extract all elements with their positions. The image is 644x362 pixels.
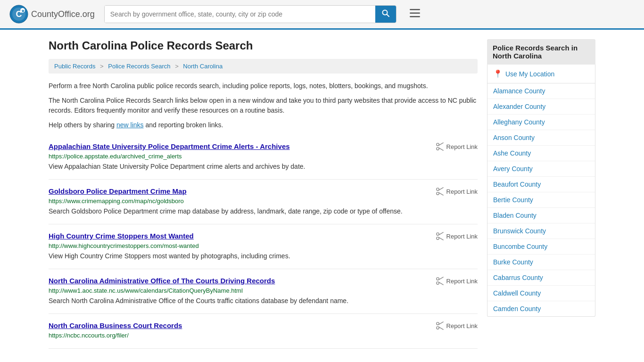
scissors-icon	[436, 142, 444, 151]
site-header: C ★ CountyOffice.org	[0, 0, 644, 30]
list-item: Alexander County	[487, 99, 595, 115]
record-title[interactable]: High Country Crime Stoppers Most Wanted	[49, 232, 194, 240]
hamburger-icon	[410, 9, 420, 17]
record-title[interactable]: North Carolina Administrative Office of …	[49, 277, 275, 285]
search-button[interactable]	[375, 6, 396, 23]
svg-line-13	[438, 148, 443, 150]
record-header: High Country Crime Stoppers Most Wanted …	[49, 232, 478, 240]
list-item: Avery County	[487, 161, 595, 177]
list-item: Alamance County	[487, 83, 595, 99]
report-link-button[interactable]: Report Link	[436, 277, 478, 285]
report-link-label: Report Link	[446, 322, 478, 329]
intro-paragraph-3: Help others by sharing new links and rep…	[49, 120, 478, 130]
county-link[interactable]: Alleghany County	[487, 115, 595, 130]
list-item: Bertie County	[487, 192, 595, 208]
svg-rect-8	[410, 13, 420, 14]
record-header: Goldsboro Police Department Crime Map Re…	[49, 187, 478, 196]
scissors-icon	[436, 232, 444, 240]
record-desc: Search Goldsboro Police Department crime…	[49, 206, 478, 216]
county-link[interactable]: Burke County	[487, 255, 595, 270]
svg-rect-9	[410, 16, 420, 17]
county-link[interactable]: Bertie County	[487, 192, 595, 207]
logo-link[interactable]: C ★ CountyOffice.org	[9, 5, 95, 24]
svg-line-20	[438, 232, 443, 235]
breadcrumb-police-records-search[interactable]: Police Records Search	[108, 63, 170, 70]
page-title: North Carolina Police Records Search	[49, 39, 478, 52]
list-item: Cabarrus County	[487, 270, 595, 286]
use-my-location-label: Use My Location	[505, 70, 554, 78]
intro-paragraph-2: The North Carolina Police Records Search…	[49, 96, 478, 115]
county-list: Alamance CountyAlexander CountyAlleghany…	[487, 83, 595, 317]
county-link[interactable]: Alamance County	[487, 83, 595, 99]
use-my-location-link[interactable]: 📍 Use My Location	[487, 65, 595, 83]
svg-text:★: ★	[21, 9, 25, 13]
report-link-button[interactable]: Report Link	[436, 142, 478, 151]
county-link[interactable]: Beaufort County	[487, 177, 595, 192]
report-link-button[interactable]: Report Link	[436, 232, 478, 240]
svg-line-24	[438, 277, 443, 280]
record-url: http://www1.aoc.state.nc.us/www/calendar…	[49, 287, 478, 294]
search-input[interactable]	[105, 6, 375, 23]
svg-line-6	[387, 15, 389, 17]
search-icon	[382, 9, 389, 17]
report-link-label: Report Link	[446, 143, 478, 150]
record-url: https://www.crimemapping.com/map/nc/gold…	[49, 197, 478, 205]
pin-icon: 📍	[493, 69, 503, 78]
record-desc: Search North Carolina Administrative Off…	[49, 296, 478, 306]
breadcrumb-public-records[interactable]: Public Records	[54, 63, 95, 70]
county-link[interactable]: Avery County	[487, 161, 595, 176]
svg-line-21	[438, 238, 443, 240]
logo-icon: C ★	[9, 5, 28, 24]
svg-line-29	[438, 327, 443, 329]
record-item: High Country Crime Stoppers Most Wanted …	[49, 224, 478, 269]
list-item: Beaufort County	[487, 177, 595, 192]
record-header: North Carolina Business Court Records Re…	[49, 321, 478, 330]
list-item: Camden County	[487, 301, 595, 316]
county-link[interactable]: Bladen County	[487, 208, 595, 223]
report-link-label: Report Link	[446, 188, 478, 195]
record-header: North Carolina Administrative Office of …	[49, 277, 478, 285]
svg-rect-7	[410, 9, 420, 10]
breadcrumb-north-carolina[interactable]: North Carolina	[183, 63, 223, 70]
record-item: Appalachian State University Police Depa…	[49, 135, 478, 180]
record-desc: View Appalachian State University Police…	[49, 162, 478, 172]
county-link[interactable]: Alexander County	[487, 99, 595, 114]
sidebar-title: Police Records Search in North Carolina	[487, 39, 595, 65]
report-link-button[interactable]: Report Link	[436, 321, 478, 330]
record-header: Appalachian State University Police Depa…	[49, 142, 478, 151]
county-link[interactable]: Brunswick County	[487, 223, 595, 239]
breadcrumb-sep-1: >	[100, 63, 104, 70]
scissors-icon	[436, 321, 444, 330]
scissors-icon	[436, 277, 444, 285]
breadcrumb-sep-2: >	[175, 63, 179, 70]
county-link[interactable]: Buncombe County	[487, 239, 595, 254]
svg-line-12	[438, 143, 443, 145]
breadcrumb: Public Records > Police Records Search >…	[49, 59, 478, 74]
report-link-label: Report Link	[446, 233, 478, 240]
svg-line-17	[438, 193, 443, 195]
search-bar	[104, 5, 396, 23]
county-link[interactable]: Camden County	[487, 301, 595, 316]
list-item: Anson County	[487, 130, 595, 146]
county-link[interactable]: Caldwell County	[487, 286, 595, 301]
record-title[interactable]: Appalachian State University Police Depa…	[49, 142, 290, 150]
list-item: Buncombe County	[487, 239, 595, 255]
main-container: North Carolina Police Records Search Pub…	[39, 30, 605, 358]
record-url: https://police.appstate.edu/archived_cri…	[49, 153, 478, 160]
county-link[interactable]: Cabarrus County	[487, 270, 595, 285]
list-item: Burke County	[487, 255, 595, 270]
svg-line-25	[438, 282, 443, 285]
scissors-icon	[436, 187, 444, 196]
menu-button[interactable]	[406, 6, 424, 22]
report-link-button[interactable]: Report Link	[436, 187, 478, 196]
record-title[interactable]: Goldsboro Police Department Crime Map	[49, 187, 187, 195]
svg-line-16	[438, 188, 443, 190]
record-item: North Carolina Administrative Office of …	[49, 269, 478, 314]
new-links-link[interactable]: new links	[116, 121, 144, 129]
county-link[interactable]: Anson County	[487, 130, 595, 145]
records-list: Appalachian State University Police Depa…	[49, 135, 478, 349]
record-url: http://www.highcountrycrimestoppers.com/…	[49, 242, 478, 249]
record-title[interactable]: North Carolina Business Court Records	[49, 321, 182, 329]
county-link[interactable]: Ashe County	[487, 146, 595, 161]
list-item: Caldwell County	[487, 286, 595, 301]
